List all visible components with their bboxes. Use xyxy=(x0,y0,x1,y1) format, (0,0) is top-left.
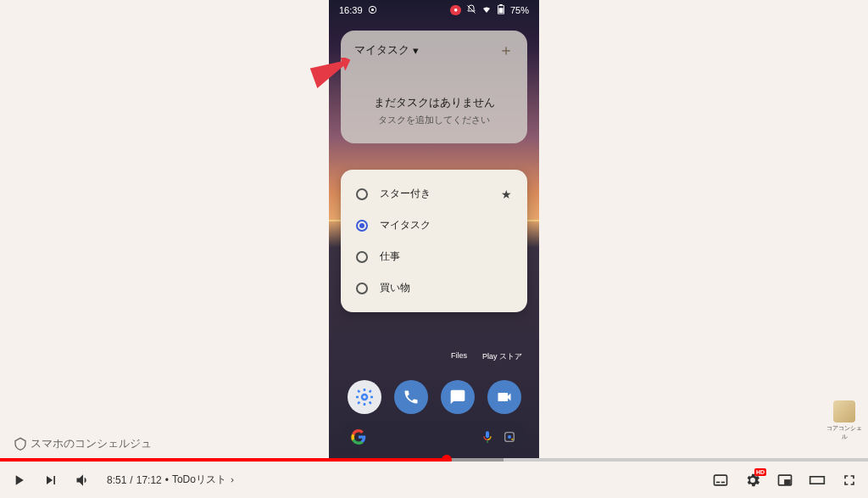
theater-button[interactable] xyxy=(809,472,826,489)
settings-button[interactable]: HD xyxy=(744,472,761,489)
star-icon: ★ xyxy=(501,187,512,201)
popup-item-shopping[interactable]: 買い物 xyxy=(344,272,524,304)
radio-icon xyxy=(356,188,368,200)
time-display: 8:51 / 17:12 • ToDoリスト xyxy=(107,473,236,487)
dock-phone-icon[interactable] xyxy=(394,380,428,414)
volume-button[interactable] xyxy=(75,472,92,489)
status-bar: 16:39 ⦿ ● 75% xyxy=(329,0,539,20)
current-time: 8:51 xyxy=(107,474,126,486)
chapter-link[interactable]: ToDoリスト xyxy=(172,473,236,487)
dnd-icon xyxy=(466,4,476,16)
player-controls: 8:51 / 17:12 • ToDoリスト HD xyxy=(0,462,868,498)
svg-rect-8 xyxy=(716,481,720,483)
channel-icon-label: コアコンシェル xyxy=(826,425,862,439)
hd-badge: HD xyxy=(754,468,766,476)
list-picker-popup: スター付き ★ マイタスク 仕事 買い物 xyxy=(341,170,527,312)
svg-point-5 xyxy=(508,435,511,439)
video-viewport: 16:39 ⦿ ● 75% マイタスク ▾ xyxy=(0,0,868,458)
svg-rect-11 xyxy=(785,480,790,484)
radio-icon xyxy=(356,283,368,294)
google-search-bar[interactable] xyxy=(341,421,527,453)
app-label-play: Play ストア xyxy=(482,351,522,362)
svg-point-6 xyxy=(511,439,513,440)
tasks-widget[interactable]: マイタスク ▾ ＋ まだタスクはありません タスクを追加してください xyxy=(341,31,527,143)
channel-icon-overlay[interactable]: コアコンシェル xyxy=(826,400,863,441)
svg-rect-7 xyxy=(715,475,727,485)
widget-title-text: マイタスク xyxy=(354,42,409,58)
mic-icon[interactable] xyxy=(480,429,495,445)
battery-pct: 75% xyxy=(510,5,529,15)
dock-settings-icon[interactable] xyxy=(348,380,381,414)
popup-item-mytasks[interactable]: マイタスク xyxy=(344,210,524,241)
popup-item-label: 仕事 xyxy=(380,249,400,264)
add-task-button[interactable]: ＋ xyxy=(498,42,514,58)
dropdown-icon: ▾ xyxy=(413,44,419,57)
miniplayer-button[interactable] xyxy=(776,472,793,489)
svg-rect-9 xyxy=(721,481,725,483)
empty-state-title: まだタスクはありません xyxy=(354,95,514,110)
dock xyxy=(341,380,527,414)
fullscreen-button[interactable] xyxy=(841,472,858,489)
svg-rect-2 xyxy=(498,8,503,13)
dock-video-icon[interactable] xyxy=(487,380,521,414)
popup-item-label: マイタスク xyxy=(380,218,431,232)
svg-point-3 xyxy=(362,394,367,400)
svg-rect-1 xyxy=(499,4,502,6)
subtitles-button[interactable] xyxy=(712,472,729,489)
screen-record-icon: ⦿ xyxy=(368,5,377,15)
recording-badge: ● xyxy=(450,5,461,15)
status-time: 16:39 xyxy=(339,5,363,15)
duration: 17:12 xyxy=(136,474,162,486)
next-button[interactable] xyxy=(42,472,59,489)
empty-state-sub: タスクを追加してください xyxy=(354,114,514,126)
battery-icon xyxy=(497,4,505,16)
app-label-files: Files xyxy=(451,351,467,362)
play-button[interactable] xyxy=(10,472,27,489)
popup-item-label: スター付き xyxy=(380,187,431,201)
dock-chat-icon[interactable] xyxy=(441,380,475,414)
wifi-icon xyxy=(481,4,492,16)
phone-frame: 16:39 ⦿ ● 75% マイタスク ▾ xyxy=(329,0,539,458)
popup-item-work[interactable]: 仕事 xyxy=(344,241,524,272)
widget-list-selector[interactable]: マイタスク ▾ xyxy=(354,42,419,58)
app-labels-row: Files Play ストア xyxy=(329,351,539,362)
channel-watermark: スマホのコンシェルジュ xyxy=(14,436,152,451)
popup-item-starred[interactable]: スター付き ★ xyxy=(344,178,524,210)
google-logo-icon xyxy=(351,429,366,445)
popup-item-label: 買い物 xyxy=(380,281,410,295)
radio-icon xyxy=(356,220,368,232)
lens-icon[interactable] xyxy=(502,429,517,445)
radio-icon xyxy=(356,251,368,263)
svg-rect-12 xyxy=(810,476,825,483)
